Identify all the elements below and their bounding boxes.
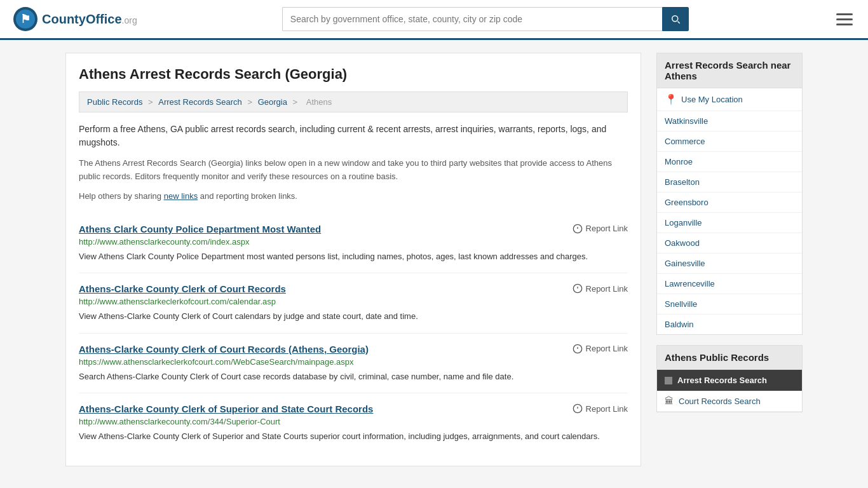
record-desc: View Athens Clark County Police Departme… <box>79 250 628 263</box>
main-container: Athens Arrest Records Search (Georgia) P… <box>53 40 815 479</box>
record-header: Athens Clark County Police Department Mo… <box>79 224 628 234</box>
sidebar-item-baldwin[interactable]: Baldwin <box>657 315 802 334</box>
pin-icon: 📍 <box>665 93 677 105</box>
logo-area: ⚑ CountyOffice.org <box>13 6 137 32</box>
record-url[interactable]: http://www.athensclarkecounty.com/344/Su… <box>79 417 628 426</box>
breadcrumb-sep: > <box>148 97 155 107</box>
record-item: Athens-Clarke County Clerk of Court Reco… <box>79 273 628 334</box>
sidebar-item-snellville[interactable]: Snellville <box>657 294 802 315</box>
sidebar-public-records-section: Athens Public Records Arrest Records Sea… <box>656 345 803 412</box>
use-my-location-link[interactable]: Use My Location <box>681 95 743 104</box>
sidebar-item-greensboro[interactable]: Greensboro <box>657 193 802 213</box>
sidebar-court-records[interactable]: 🏛 Court Records Search <box>657 391 802 412</box>
record-title[interactable]: Athens-Clarke County Clerk of Superior a… <box>79 403 373 414</box>
record-title[interactable]: Athens Clark County Police Department Mo… <box>79 224 321 234</box>
sidebar-public-records-header: Athens Public Records <box>657 346 802 370</box>
breadcrumb-athens: Athens <box>306 97 332 107</box>
search-input[interactable] <box>282 7 662 31</box>
intro-text: Perform a free Athens, GA public arrest … <box>79 123 628 149</box>
record-header: Athens-Clarke County Clerk of Court Reco… <box>79 283 628 294</box>
report-link-btn[interactable]: Report Link <box>573 344 628 354</box>
sidebar-item-oakwood[interactable]: Oakwood <box>657 233 802 254</box>
page-title: Athens Arrest Records Search (Georgia) <box>79 66 628 83</box>
sidebar-item-watkinsville[interactable]: Watkinsville <box>657 111 802 132</box>
menu-icon <box>836 13 853 15</box>
search-area <box>282 7 689 31</box>
record-desc: Search Athens-Clarke County Clerk of Cou… <box>79 370 628 383</box>
record-url[interactable]: http://www.athensclarkecounty.com/index.… <box>79 237 628 247</box>
active-item-label: Arrest Records Search <box>677 376 767 385</box>
record-title[interactable]: Athens-Clarke County Clerk of Court Reco… <box>79 283 286 294</box>
logo-text: CountyOffice.org <box>42 12 137 27</box>
breadcrumb-sep: > <box>293 97 300 107</box>
search-icon <box>670 13 681 25</box>
sidebar-item-braselton[interactable]: Braselton <box>657 172 802 193</box>
breadcrumb-public-records[interactable]: Public Records <box>87 97 142 107</box>
sidebar-nearby-section: Arrest Records Search near Athens 📍 Use … <box>656 53 803 335</box>
sidebar-item-commerce[interactable]: Commerce <box>657 132 802 152</box>
intro-text2: The Athens Arrest Records Search (Georgi… <box>79 157 628 184</box>
sidebar-item-lawrenceville[interactable]: Lawrenceville <box>657 274 802 294</box>
report-icon <box>573 224 583 234</box>
report-icon <box>573 283 583 294</box>
breadcrumb-georgia[interactable]: Georgia <box>258 97 287 107</box>
content-area: Athens Arrest Records Search (Georgia) P… <box>65 53 641 466</box>
sidebar-nearby-header: Arrest Records Search near Athens <box>657 53 802 88</box>
record-item: Athens-Clarke County Clerk of Court Reco… <box>79 334 628 394</box>
record-title[interactable]: Athens-Clarke County Clerk of Court Reco… <box>79 344 369 355</box>
sidebar-item-monroe[interactable]: Monroe <box>657 152 802 172</box>
menu-button[interactable] <box>834 11 855 28</box>
share-text: Help others by sharing new links and rep… <box>79 191 628 201</box>
record-item: Athens-Clarke County Clerk of Superior a… <box>79 393 628 453</box>
record-item: Athens Clark County Police Department Mo… <box>79 214 628 274</box>
breadcrumb-sep: > <box>247 97 254 107</box>
menu-icon <box>836 18 853 20</box>
checkbox-icon <box>665 377 672 384</box>
search-button[interactable] <box>662 7 689 31</box>
sidebar: Arrest Records Search near Athens 📍 Use … <box>656 53 803 466</box>
record-url[interactable]: https://www.athensclarkeclerkofcourt.com… <box>79 357 628 367</box>
record-header: Athens-Clarke County Clerk of Court Reco… <box>79 344 628 355</box>
record-header: Athens-Clarke County Clerk of Superior a… <box>79 403 628 414</box>
sidebar-active-item[interactable]: Arrest Records Search <box>657 370 802 391</box>
new-links[interactable]: new links <box>164 191 198 201</box>
breadcrumb: Public Records > Arrest Records Search >… <box>79 92 628 112</box>
report-link-btn[interactable]: Report Link <box>573 283 628 294</box>
court-records-link[interactable]: Court Records Search <box>679 396 761 406</box>
sidebar-item-gainesville[interactable]: Gainesville <box>657 254 802 274</box>
header: ⚑ CountyOffice.org <box>0 0 868 40</box>
logo-icon: ⚑ <box>13 6 38 32</box>
report-icon <box>573 344 583 354</box>
building-icon: 🏛 <box>665 396 674 406</box>
record-url[interactable]: http://www.athensclarkeclerkofcourt.com/… <box>79 297 628 306</box>
sidebar-use-my-location[interactable]: 📍 Use My Location <box>657 88 802 111</box>
record-desc: View Athens-Clarke County Clerk of Super… <box>79 430 628 443</box>
report-link-btn[interactable]: Report Link <box>573 403 628 414</box>
menu-icon <box>836 24 853 25</box>
records-list: Athens Clark County Police Department Mo… <box>79 214 628 453</box>
sidebar-item-loganville[interactable]: Loganville <box>657 213 802 233</box>
breadcrumb-arrest-records[interactable]: Arrest Records Search <box>158 97 242 107</box>
report-icon <box>573 403 583 414</box>
svg-text:⚑: ⚑ <box>20 13 31 25</box>
record-desc: View Athens-Clarke County Clerk of Court… <box>79 310 628 323</box>
report-link-btn[interactable]: Report Link <box>573 224 628 234</box>
